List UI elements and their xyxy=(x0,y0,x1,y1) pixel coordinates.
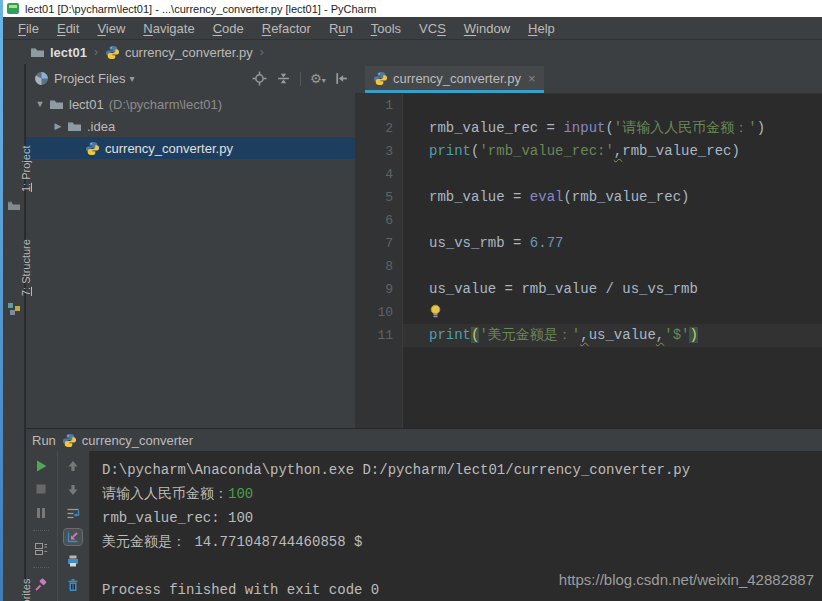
line-number[interactable]: 6 xyxy=(355,209,403,232)
scope-icon xyxy=(34,71,49,86)
tab-currency-converter[interactable]: currency_converter.py × xyxy=(365,66,544,93)
token-pr: print xyxy=(429,143,471,159)
menu-item-help[interactable]: Help xyxy=(519,21,564,36)
token-wk: , xyxy=(614,143,622,159)
run-tab-label[interactable]: currency_converter xyxy=(82,433,193,448)
tool-button-structure[interactable]: 7: Structure xyxy=(20,239,32,296)
restore-layout-button[interactable] xyxy=(32,541,50,556)
token-pl: (rmb_value_rec) xyxy=(563,189,689,205)
pin-tab-button[interactable] xyxy=(32,578,50,593)
code-line-7[interactable]: 7us_vs_rmb = 6.77 xyxy=(355,232,822,255)
run-toolbar xyxy=(26,451,90,601)
soft-wrap-button[interactable] xyxy=(64,506,82,522)
code-text[interactable] xyxy=(403,163,822,186)
menu-item-edit[interactable]: Edit xyxy=(48,21,88,36)
print-button[interactable] xyxy=(64,553,82,569)
project-tool-icon[interactable] xyxy=(7,199,21,213)
token-wk: , xyxy=(580,327,588,343)
breadcrumb-project[interactable]: lect01 xyxy=(50,45,87,60)
menu-item-navigate[interactable]: Navigate xyxy=(134,21,203,36)
window-title: lect01 [D:\pycharm\lect01] - ...\currenc… xyxy=(25,3,377,15)
code-line-10[interactable]: 10 xyxy=(355,301,822,324)
code-area[interactable]: 12rmb_value_rec = input('请输入人民币金额：')3pri… xyxy=(355,94,822,428)
menu-item-run[interactable]: Run xyxy=(320,21,362,36)
token-wk: , xyxy=(656,327,664,343)
token-st: '美元金额是：' xyxy=(479,327,580,343)
token-pl: rmb_value_rec = xyxy=(429,120,563,136)
breadcrumb-separator: › xyxy=(260,45,264,59)
line-number[interactable]: 3 xyxy=(355,140,403,163)
chevron-down-icon[interactable]: ▾ xyxy=(130,73,135,84)
menu-item-tools[interactable]: Tools xyxy=(362,21,410,36)
line-number[interactable]: 11 xyxy=(355,324,403,347)
menu-item-view[interactable]: View xyxy=(88,21,134,36)
console-output-text: 请输入人民币金额： xyxy=(102,486,228,502)
code-text[interactable] xyxy=(403,209,822,232)
code-text[interactable] xyxy=(403,94,822,117)
pause-output-button[interactable] xyxy=(32,505,50,520)
menu-item-file[interactable]: File xyxy=(9,21,48,36)
toolbar-separator xyxy=(33,530,49,531)
down-stack-button[interactable] xyxy=(64,482,82,498)
locate-file-button[interactable] xyxy=(252,71,267,86)
code-line-6[interactable]: 6 xyxy=(355,209,822,232)
stop-button[interactable] xyxy=(32,481,50,496)
code-line-4[interactable]: 4 xyxy=(355,163,822,186)
code-line-3[interactable]: 3print('rmb_value_rec:',rmb_value_rec) xyxy=(355,140,822,163)
line-number[interactable]: 4 xyxy=(355,163,403,186)
line-number[interactable]: 9 xyxy=(355,278,403,301)
code-text[interactable] xyxy=(403,255,822,278)
line-number[interactable]: 8 xyxy=(355,255,403,278)
scope-selector[interactable]: Project Files xyxy=(54,71,126,86)
tool-button-favorites[interactable]: 2: Favorites xyxy=(20,579,32,601)
code-line-8[interactable]: 8 xyxy=(355,255,822,278)
code-line-5[interactable]: 5rmb_value = eval(rmb_value_rec) xyxy=(355,186,822,209)
tool-window-strip: 1: Project 7: Structure 2: Favorites xyxy=(3,64,25,601)
tree-item-lect01[interactable]: ▼lect01(D:\pycharm\lect01) xyxy=(26,93,355,115)
code-text[interactable]: rmb_value_rec = input('请输入人民币金额：') xyxy=(403,117,822,140)
line-number[interactable]: 7 xyxy=(355,232,403,255)
token-mb: ) xyxy=(689,327,697,343)
code-text[interactable]: print('rmb_value_rec:',rmb_value_rec) xyxy=(403,140,822,163)
line-number[interactable]: 5 xyxy=(355,186,403,209)
tool-button-project[interactable]: 1: Project xyxy=(20,146,32,192)
clear-all-button[interactable] xyxy=(64,577,82,593)
tree-item--idea[interactable]: ▶.idea xyxy=(26,115,355,137)
code-line-1[interactable]: 1 xyxy=(355,94,822,117)
close-icon[interactable]: × xyxy=(528,71,536,86)
menu-item-code[interactable]: Code xyxy=(204,21,253,36)
intention-bulb-icon[interactable] xyxy=(429,303,442,317)
code-text[interactable]: rmb_value = eval(rmb_value_rec) xyxy=(403,186,822,209)
rerun-button[interactable] xyxy=(32,458,50,473)
collapse-all-button[interactable] xyxy=(276,71,291,86)
console-line: 美元金额是： 14.771048744460858 $ xyxy=(102,530,822,554)
code-line-2[interactable]: 2rmb_value_rec = input('请输入人民币金额：') xyxy=(355,117,822,140)
code-text[interactable]: print('美元金额是：',us_value,'$') xyxy=(403,324,822,347)
gear-icon[interactable]: ⚙▾ xyxy=(310,71,325,86)
up-stack-button[interactable] xyxy=(64,458,82,474)
code-text[interactable] xyxy=(403,301,822,324)
scroll-to-end-button[interactable] xyxy=(64,529,82,545)
breadcrumb: lect01 › currency_converter.py › xyxy=(3,40,822,64)
project-panel: Project Files ▾ ⚙▾ ▼lect01(D:\pycharm\le… xyxy=(26,64,355,428)
code-line-11[interactable]: 11print('美元金额是：',us_value,'$') xyxy=(355,324,822,347)
menu-item-window[interactable]: Window xyxy=(455,21,519,36)
expand-arrow-icon[interactable]: ▼ xyxy=(34,99,46,109)
line-number[interactable]: 2 xyxy=(355,117,403,140)
breadcrumb-file[interactable]: currency_converter.py xyxy=(125,45,253,60)
line-number[interactable]: 10 xyxy=(355,301,403,324)
folder-icon xyxy=(49,97,64,112)
expand-arrow-icon[interactable]: ▶ xyxy=(52,121,64,131)
code-text[interactable]: us_vs_rmb = 6.77 xyxy=(403,232,822,255)
python-file-icon xyxy=(105,45,120,60)
hide-panel-button[interactable] xyxy=(334,71,349,86)
run-label: Run xyxy=(32,433,56,448)
tree-item-currency-converter-py[interactable]: currency_converter.py xyxy=(26,137,355,159)
code-line-9[interactable]: 9us_value = rmb_value / us_vs_rmb xyxy=(355,278,822,301)
structure-tool-icon[interactable] xyxy=(7,302,21,316)
token-st: 'rmb_value_rec:' xyxy=(479,143,613,159)
line-number[interactable]: 1 xyxy=(355,94,403,117)
menu-item-refactor[interactable]: Refactor xyxy=(253,21,320,36)
menu-item-vcs[interactable]: VCS xyxy=(410,21,455,36)
code-text[interactable]: us_value = rmb_value / us_vs_rmb xyxy=(403,278,822,301)
